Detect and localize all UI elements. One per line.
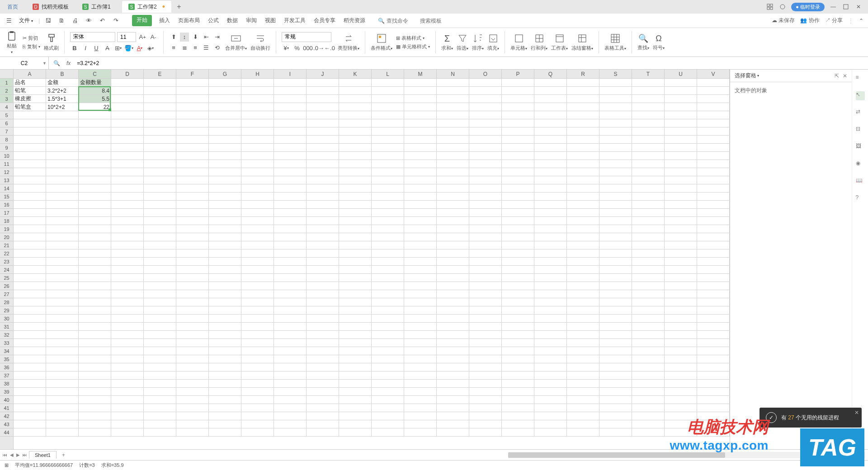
cell[interactable] bbox=[404, 249, 437, 258]
cell[interactable] bbox=[567, 306, 599, 315]
cell[interactable] bbox=[241, 323, 274, 331]
cell[interactable] bbox=[665, 315, 697, 323]
fx-label[interactable]: fx bbox=[66, 60, 71, 66]
cell[interactable] bbox=[241, 339, 274, 347]
cell[interactable] bbox=[632, 95, 665, 103]
cond-format-button[interactable]: 条件格式▾ bbox=[371, 33, 392, 52]
cell[interactable] bbox=[111, 209, 144, 217]
cell[interactable] bbox=[567, 282, 599, 290]
name-box-input[interactable] bbox=[9, 60, 40, 66]
cell[interactable] bbox=[469, 323, 502, 331]
cell[interactable] bbox=[14, 412, 46, 420]
cell[interactable] bbox=[632, 249, 665, 258]
cell[interactable] bbox=[469, 103, 502, 111]
cell[interactable] bbox=[79, 144, 111, 152]
tab-workbook2[interactable]: S 工作簿2 • bbox=[122, 1, 171, 13]
cell[interactable] bbox=[241, 412, 274, 420]
cell[interactable] bbox=[567, 420, 599, 428]
cell[interactable] bbox=[307, 306, 339, 315]
cell[interactable] bbox=[307, 412, 339, 420]
cell[interactable] bbox=[241, 274, 274, 282]
cell[interactable] bbox=[79, 119, 111, 127]
cell[interactable] bbox=[241, 176, 274, 184]
cell[interactable] bbox=[46, 160, 79, 168]
cell[interactable] bbox=[46, 274, 79, 282]
cell[interactable] bbox=[241, 249, 274, 258]
cell[interactable] bbox=[14, 371, 46, 380]
cell[interactable] bbox=[665, 404, 697, 412]
cell[interactable] bbox=[14, 274, 46, 282]
panel-close-icon[interactable]: ✕ bbox=[843, 73, 847, 79]
cell[interactable] bbox=[502, 363, 534, 371]
cell[interactable] bbox=[241, 347, 274, 355]
cell[interactable] bbox=[111, 315, 144, 323]
cell[interactable] bbox=[599, 193, 632, 201]
cell[interactable] bbox=[697, 119, 730, 127]
cell[interactable] bbox=[404, 119, 437, 127]
cell[interactable] bbox=[46, 193, 79, 201]
cell[interactable] bbox=[372, 241, 404, 249]
cell[interactable] bbox=[502, 282, 534, 290]
sum-button[interactable]: Σ求和▾ bbox=[441, 33, 453, 52]
cell[interactable] bbox=[209, 380, 241, 388]
cell[interactable] bbox=[632, 355, 665, 363]
cell[interactable] bbox=[534, 315, 567, 323]
cell[interactable] bbox=[404, 144, 437, 152]
cell[interactable] bbox=[144, 396, 176, 404]
row-header[interactable]: 19 bbox=[0, 225, 13, 233]
cell[interactable] bbox=[144, 412, 176, 420]
cell[interactable] bbox=[567, 249, 599, 258]
row-header[interactable]: 27 bbox=[0, 290, 13, 298]
cell[interactable] bbox=[209, 79, 241, 87]
cell[interactable] bbox=[111, 136, 144, 144]
cell[interactable] bbox=[209, 193, 241, 201]
cell[interactable] bbox=[176, 176, 209, 184]
cell[interactable] bbox=[372, 388, 404, 396]
cell[interactable] bbox=[534, 274, 567, 282]
cell[interactable] bbox=[176, 249, 209, 258]
cell[interactable] bbox=[209, 339, 241, 347]
cell[interactable] bbox=[274, 176, 307, 184]
cell[interactable] bbox=[372, 363, 404, 371]
cell[interactable] bbox=[46, 119, 79, 127]
cell[interactable] bbox=[599, 298, 632, 306]
cell[interactable] bbox=[372, 371, 404, 380]
cell[interactable] bbox=[599, 233, 632, 241]
cell[interactable] bbox=[404, 371, 437, 380]
cell[interactable] bbox=[111, 87, 144, 95]
row-header[interactable]: 33 bbox=[0, 339, 13, 347]
cell[interactable] bbox=[79, 160, 111, 168]
cell[interactable] bbox=[144, 241, 176, 249]
cell[interactable] bbox=[404, 282, 437, 290]
cell[interactable] bbox=[469, 428, 502, 437]
cell[interactable] bbox=[14, 217, 46, 225]
cell[interactable] bbox=[665, 396, 697, 404]
cell[interactable] bbox=[14, 266, 46, 274]
cell[interactable] bbox=[176, 396, 209, 404]
cell[interactable] bbox=[372, 420, 404, 428]
cell[interactable] bbox=[241, 396, 274, 404]
cell[interactable] bbox=[339, 127, 372, 136]
cell[interactable] bbox=[339, 144, 372, 152]
cell[interactable] bbox=[437, 201, 469, 209]
cell[interactable] bbox=[79, 323, 111, 331]
cell[interactable] bbox=[144, 306, 176, 315]
cell[interactable] bbox=[502, 355, 534, 363]
cell[interactable] bbox=[14, 331, 46, 339]
cell[interactable] bbox=[79, 363, 111, 371]
cell[interactable] bbox=[567, 298, 599, 306]
cell[interactable] bbox=[144, 119, 176, 127]
cell[interactable] bbox=[697, 193, 730, 201]
cell[interactable] bbox=[111, 428, 144, 437]
cell[interactable] bbox=[274, 396, 307, 404]
cell[interactable] bbox=[632, 428, 665, 437]
cell[interactable] bbox=[599, 119, 632, 127]
cell[interactable] bbox=[46, 266, 79, 274]
menu-tab-vip[interactable]: 会员专享 bbox=[313, 15, 336, 26]
type-convert-button[interactable]: 类型转换▾ bbox=[338, 33, 359, 52]
cell[interactable] bbox=[209, 306, 241, 315]
cell[interactable] bbox=[274, 347, 307, 355]
cell[interactable] bbox=[14, 282, 46, 290]
cell[interactable] bbox=[176, 404, 209, 412]
indent-right-icon[interactable]: ⇥ bbox=[212, 33, 222, 42]
